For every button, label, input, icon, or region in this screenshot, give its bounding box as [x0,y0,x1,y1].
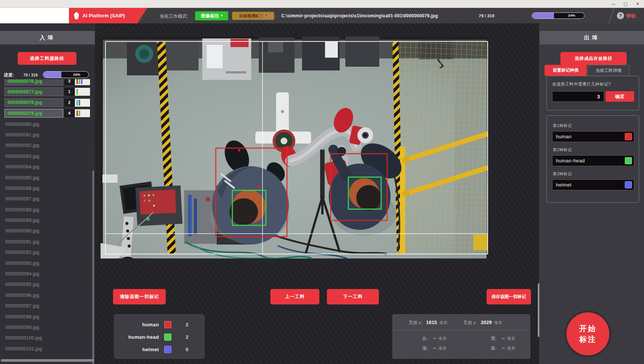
minimize-icon[interactable]: — [609,1,618,7]
mark-count-groupbox: 在该类工料中需要打几种标记? 确定 [546,76,639,110]
select-source-path-button[interactable]: 选择工料源路径 [18,52,76,65]
mark-count-input[interactable] [552,91,604,102]
tab-current-file-details[interactable]: 当前工料详情 [588,65,630,76]
file-list-item[interactable]: 0000000099.jpg [0,323,92,332]
file-list-item[interactable]: 0000000091.jpg [0,237,92,246]
workspace-photo[interactable] [101,37,489,258]
file-list-item[interactable]: 0000000078.jpg 2 [0,98,92,107]
current-file-label: 当前工料: [257,14,276,19]
red-mark-bar [76,79,78,84]
mark-color-strip [75,79,90,85]
mark-count-badge: 2 [64,99,74,107]
legend-label: human-head [114,334,159,340]
green-mark-bar [76,89,78,95]
file-list-item[interactable]: 0000000084.jpg [0,162,92,171]
mode-image-annotation-button[interactable]: 图像标注 ▾ [195,11,228,20]
mark-type-field[interactable]: human [552,131,634,142]
app-header: AI Platform (SAIP) 当前工作模式: 图像标注 ▾ 目标检测标注… [0,8,644,23]
brand-title: AI Platform (SAIP) [82,13,125,18]
mark-color-swatch[interactable] [625,181,632,188]
file-list-item[interactable]: 00000000101.jpg [0,344,92,353]
mark-type-label: 第3种标记 [553,171,634,177]
box-width-label: 宽: [491,336,496,341]
progress-label: 进度: [4,72,14,78]
help-icon[interactable]: ? [617,12,624,19]
annotation-canvas[interactable] [101,37,489,258]
file-list-item[interactable]: 00000000100.jpg [0,333,92,343]
crosshair-x-value: 1615 [426,320,437,325]
start-annotation-button[interactable]: 开始 标注 [566,312,609,355]
maximize-icon[interactable]: ▢ [621,1,630,7]
app-window: — ▢ ✕ AI Platform (SAIP) 当前工作模式: 图像标注 ▾ … [0,0,644,364]
file-list-item[interactable]: 0000000079.jpg 4 [0,109,92,118]
mark-color-swatch[interactable] [625,157,632,164]
progress-fill [43,72,61,78]
file-list-item[interactable]: 0000000095.jpg [0,280,92,289]
file-list-item[interactable]: 0000000077.jpg 1 [0,87,92,96]
box-top-value: -- [433,346,436,351]
file-list-item[interactable]: 0000000083.jpg [0,152,92,161]
legend-row: human-head 2 [114,331,204,343]
logo-area [0,8,72,23]
mark-color-swatch[interactable] [625,133,632,140]
mark-color-strip [75,109,90,117]
save-marks-button[interactable]: 保存该图一切标记 [487,289,531,304]
close-icon[interactable]: ✕ [633,1,642,7]
file-list-item[interactable]: 0000000085.jpg [0,173,92,182]
legend-count: 2 [186,334,188,340]
file-list-item[interactable]: 0000000081.jpg [0,130,92,139]
file-list-item[interactable]: 0000000093.jpg [0,259,92,268]
confirm-button[interactable]: 确定 [606,91,634,102]
mark-type-field[interactable]: human-head [552,155,634,166]
next-file-button[interactable]: 下一工料 [327,289,379,304]
mark-color-strip [75,88,90,96]
file-list-item[interactable]: 0000000082.jpg [0,141,92,150]
mark-type-block: 第2种标记 human-head [552,147,634,166]
mark-type-block: 第3种标记 helmet [552,171,634,190]
mark-type-value: helmet [556,182,571,188]
file-list-item[interactable]: 0000000088.jpg [0,205,92,214]
header-progress-count: 79 / 319 [479,14,494,18]
file-name: 0000000078.jpg [8,100,42,105]
mark-count-badge: 3 [64,79,74,85]
mark-type-value: human-head [556,158,585,164]
legend-count: 2 [186,322,188,327]
mark-type-field[interactable]: helmet [552,179,634,190]
file-list-item[interactable]: 0000000094.jpg [0,269,92,278]
clear-marks-button[interactable]: 清除该图一切标记 [113,289,166,304]
vertical-scrollbar[interactable] [92,170,94,364]
help-button[interactable]: 帮助 [626,13,636,20]
file-list-item[interactable]: 0000000086.jpg [0,184,92,193]
file-list-item[interactable]: 0000000092.jpg [0,248,92,257]
file-list-item[interactable]: 0000000096.jpg [0,291,92,300]
red-mark-bar [76,110,78,116]
box-height-label: 高: [491,346,496,351]
legend-count: 0 [186,347,188,352]
progress-percent: 24% [65,72,89,77]
click-marker-dot [238,149,240,151]
file-list-item[interactable]: 0000000097.jpg [0,301,92,310]
mark-type-block: 第1种标记 human [552,123,634,142]
file-list-item[interactable]: 0000000090.jpg [0,226,92,236]
brand-flame-icon [73,12,80,19]
mark-count-badge: 4 [64,109,74,117]
legend-color-swatch [164,346,171,353]
horizontal-scrollbar[interactable] [1,359,94,362]
coordinates-panel: 叉丝 x: 1615 像素 叉丝 y: 2029 像素 左: -- 像素 [392,314,530,359]
mark-legend-panel: human 2 human-head 2 helmet 0 [114,314,204,359]
tab-set-mark-types[interactable]: 设置标记种类 [545,65,587,76]
file-list-item[interactable]: 0000000098.jpg [0,312,92,321]
file-list: 0000000076.jpg 3 0000000077.jpg 1 000000… [0,79,92,364]
sidebar-progress-bar: 24% [43,71,89,78]
legend-label: helmet [114,347,159,352]
file-list-item[interactable]: 0000000089.jpg [0,216,92,225]
mark-type-label: 第1种标记 [553,123,634,128]
header-divider [608,8,614,23]
file-list-item[interactable]: 0000000087.jpg [0,194,92,203]
box-height-value: -- [502,346,505,351]
file-list-item[interactable]: 0000000080.jpg [0,120,92,129]
file-list-item[interactable]: 0000000076.jpg 3 [0,79,92,86]
select-output-path-button[interactable]: 选择成品存放路径 [560,52,627,65]
safety-fence [392,41,488,254]
previous-file-button[interactable]: 上一工料 [270,289,319,304]
